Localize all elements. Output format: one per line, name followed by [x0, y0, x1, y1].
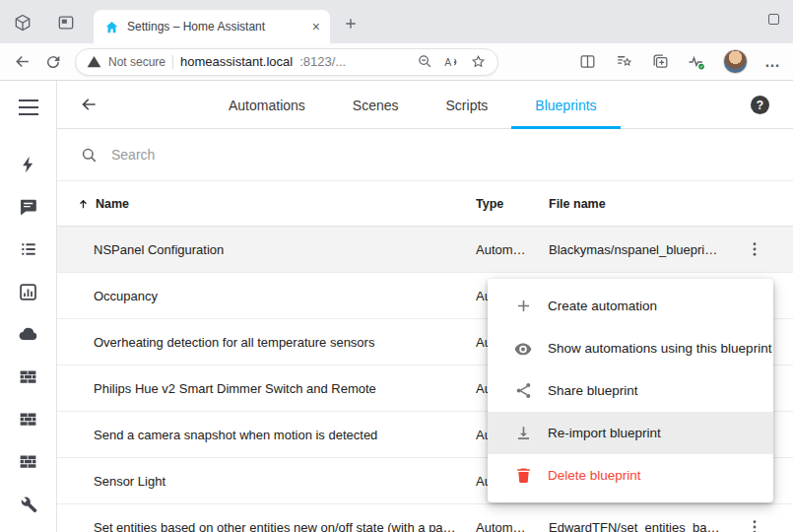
zoom-out-icon[interactable]	[415, 52, 434, 72]
tab-scripts[interactable]: Scripts	[423, 81, 512, 129]
sidebar-icon-list	[17, 153, 40, 515]
menu-item-delete-blueprint[interactable]: Delete blueprint	[488, 454, 773, 497]
kebab-icon	[746, 518, 763, 532]
download-icon	[513, 424, 533, 443]
assist-chat-icon[interactable]	[17, 195, 40, 219]
header-name-cell[interactable]: Name	[57, 197, 476, 211]
favorite-star-icon[interactable]	[468, 52, 488, 72]
refresh-icon[interactable]	[43, 52, 63, 72]
search-row	[57, 129, 793, 181]
divider	[172, 55, 173, 69]
ha-tabs: Automations Scenes Scripts Blueprints	[205, 81, 621, 129]
profile-avatar[interactable]	[723, 49, 748, 74]
maximize-button[interactable]	[768, 14, 779, 25]
module-bricks-icon-2[interactable]	[17, 407, 40, 431]
not-secure-warning-icon[interactable]	[86, 52, 101, 72]
ha-sidebar	[0, 81, 57, 532]
tab-automations[interactable]: Automations	[205, 81, 329, 129]
read-aloud-icon[interactable]: A	[441, 52, 461, 72]
search-icon	[79, 145, 99, 165]
row-name: Send a camera snapshot when motion is de…	[57, 428, 476, 442]
menu-item-label: Re-import blueprint	[548, 426, 661, 440]
menu-item-label: Share blueprint	[548, 383, 638, 398]
tab-scenes[interactable]: Scenes	[329, 81, 423, 129]
split-screen-icon[interactable]	[577, 52, 597, 72]
help-button[interactable]: ?	[751, 96, 769, 114]
security-label: Not secure	[108, 55, 165, 69]
home-assistant-favicon	[103, 19, 119, 34]
tab-close-icon[interactable]: ×	[312, 19, 320, 34]
row-name: Sensor Light	[57, 474, 476, 489]
kebab-icon	[746, 240, 763, 258]
menu-item-label: Delete blueprint	[548, 468, 641, 483]
row-name: NSPanel Configuration	[57, 242, 476, 257]
blueprint-context-menu: Create automation Show automations using…	[488, 279, 773, 502]
trash-icon	[513, 466, 533, 486]
menu-item-label: Create automation	[548, 299, 657, 313]
row-name: Overheating detection for all temperatur…	[57, 335, 476, 350]
settings-more-icon[interactable]: …	[764, 53, 781, 71]
sort-ascending-icon	[77, 197, 90, 211]
row-name: Philips Hue v2 Smart Dimmer Switch and R…	[57, 381, 476, 396]
browser-tab[interactable]: Settings – Home Assistant ×	[94, 10, 330, 43]
developer-wrench-icon[interactable]	[17, 492, 40, 515]
toolbar-right-buttons: …	[577, 49, 781, 74]
url-path: :8123/...	[299, 54, 346, 69]
ha-appbar: Automations Scenes Scripts Blueprints ?	[57, 81, 793, 129]
history-chart-icon[interactable]	[17, 280, 40, 303]
todo-list-icon[interactable]	[17, 237, 40, 261]
back-icon[interactable]	[12, 52, 32, 72]
cloud-icon[interactable]	[17, 322, 40, 346]
tab-title: Settings – Home Assistant	[127, 20, 304, 33]
browser-essentials-icon[interactable]	[687, 52, 706, 72]
row-type: Autom…	[476, 520, 549, 532]
tab-blueprints[interactable]: Blueprints	[511, 81, 620, 129]
module-bricks-icon-3[interactable]	[17, 449, 40, 473]
row-type: Autom…	[476, 242, 549, 257]
header-file[interactable]: File name	[549, 197, 730, 211]
row-name: Occupancy	[57, 289, 476, 303]
menu-item-show-automations[interactable]: Show automations using this blueprint	[488, 327, 773, 369]
table-header: Name Type File name	[57, 181, 793, 227]
url-host: homeassistant.local	[180, 54, 293, 69]
chrome-left-buttons	[12, 12, 77, 33]
table-row[interactable]: NSPanel Configuration Autom… Blackymas/n…	[57, 227, 793, 273]
tab-actions-icon[interactable]	[55, 12, 77, 33]
menu-item-share-blueprint[interactable]: Share blueprint	[488, 369, 773, 412]
plus-icon	[513, 297, 533, 316]
table-row[interactable]: Set entities based on other entities new…	[57, 504, 793, 532]
browser-window: Settings – Home Assistant × Not secure h…	[0, 0, 793, 532]
module-bricks-icon-1[interactable]	[17, 365, 40, 388]
row-overflow-menu-button[interactable]	[730, 240, 793, 258]
browser-toolbar: Not secure homeassistant.local:8123/... …	[0, 43, 793, 81]
header-type[interactable]: Type	[476, 197, 549, 211]
row-overflow-menu-button[interactable]	[730, 518, 793, 532]
workspaces-cube-icon[interactable]	[12, 12, 33, 33]
favorites-hub-icon[interactable]	[614, 52, 633, 72]
collections-icon[interactable]	[650, 52, 670, 72]
header-name: Name	[96, 197, 129, 211]
row-name: Set entities based on other entities new…	[57, 520, 476, 532]
search-input[interactable]	[111, 147, 407, 163]
row-file: Blackymas/nspanel_blueprin…	[549, 242, 730, 257]
eye-icon	[513, 339, 533, 359]
menu-item-reimport-blueprint[interactable]: Re-import blueprint	[488, 412, 773, 454]
share-icon	[513, 381, 533, 401]
energy-bolt-icon[interactable]	[17, 153, 40, 176]
svg-text:A: A	[444, 55, 451, 67]
ha-back-arrow-icon[interactable]	[79, 95, 99, 114]
menu-hamburger-icon[interactable]	[17, 96, 40, 119]
address-bar[interactable]: Not secure homeassistant.local:8123/... …	[75, 48, 498, 76]
new-tab-button[interactable]	[343, 16, 359, 32]
browser-tabstrip: Settings – Home Assistant ×	[0, 0, 793, 43]
menu-item-create-automation[interactable]: Create automation	[488, 285, 773, 327]
window-controls	[768, 14, 779, 25]
menu-item-label: Show automations using this blueprint	[548, 341, 771, 356]
row-file: EdwardTFN/set_entities_bas…	[549, 520, 730, 532]
